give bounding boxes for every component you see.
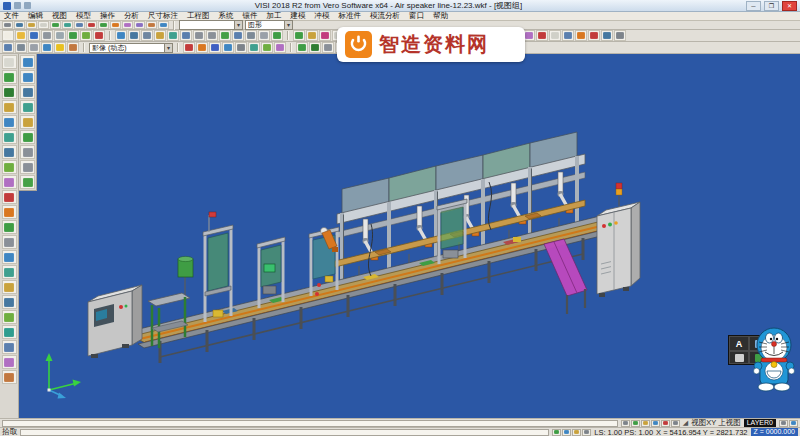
minimize-button[interactable]: ─ <box>746 1 761 11</box>
named-views-icon[interactable] <box>180 30 192 41</box>
zoom-fit-icon[interactable] <box>20 100 35 114</box>
grid-snap-icon[interactable] <box>621 420 630 427</box>
materials-icon[interactable] <box>67 42 79 53</box>
attribute-combo[interactable]: ▾ <box>179 20 243 30</box>
hide-entities-icon[interactable] <box>86 21 97 29</box>
view-top-icon[interactable] <box>193 30 205 41</box>
rotate-view-icon[interactable] <box>167 30 179 41</box>
tool-library-icon[interactable] <box>562 30 574 41</box>
arc-tool-icon[interactable] <box>2 100 17 114</box>
text-annotation-button[interactable]: A <box>729 336 749 351</box>
chamfer-tool-icon[interactable] <box>2 235 17 249</box>
wireframe-mode-icon[interactable] <box>245 30 257 41</box>
grid-toggle-icon[interactable] <box>322 42 334 53</box>
zoom-previous-icon[interactable] <box>141 30 153 41</box>
view-iso-icon[interactable] <box>219 30 231 41</box>
line-tool-icon[interactable] <box>2 70 17 84</box>
zoom-in-icon[interactable] <box>20 55 35 69</box>
isolate-icon[interactable] <box>110 21 121 29</box>
filter-solids-icon[interactable] <box>74 21 85 29</box>
collision-check-icon[interactable] <box>588 30 600 41</box>
mid-snap-icon[interactable] <box>641 420 650 427</box>
menu-edit[interactable]: 编辑 <box>28 11 43 21</box>
fillet-tool-icon[interactable] <box>2 220 17 234</box>
select-icon[interactable] <box>2 21 13 29</box>
zoom-window-icon[interactable] <box>20 85 35 99</box>
offset-tool-icon[interactable] <box>2 175 17 189</box>
redraw-icon[interactable] <box>296 42 308 53</box>
3d-model-assembly-line[interactable] <box>19 54 800 418</box>
dynamic-rotate-icon[interactable] <box>271 30 283 41</box>
zoom-out-icon[interactable] <box>20 70 35 84</box>
ortho-icon[interactable] <box>671 420 680 427</box>
rotate-view-icon[interactable] <box>20 130 35 144</box>
maximize-button[interactable]: ❐ <box>764 1 779 11</box>
draft-analysis-icon[interactable] <box>261 42 273 53</box>
menu-analysis[interactable]: 分析 <box>124 11 139 21</box>
post-process-icon[interactable] <box>536 30 548 41</box>
message-field[interactable] <box>20 429 549 436</box>
thickness-analysis-icon[interactable] <box>274 42 286 53</box>
menu-window[interactable]: 窗口 <box>409 11 424 21</box>
section-view-icon[interactable] <box>183 42 195 53</box>
quick-access-undo-icon[interactable] <box>24 2 31 9</box>
filter-points-icon[interactable] <box>38 21 49 29</box>
menu-operations[interactable]: 操作 <box>100 11 115 21</box>
layer-visibility-icon[interactable] <box>146 21 157 29</box>
point-tool-icon[interactable] <box>2 55 17 69</box>
menu-view[interactable]: 视图 <box>52 11 67 21</box>
menu-file[interactable]: 文件 <box>4 11 19 21</box>
delete-icon[interactable] <box>93 30 105 41</box>
stock-icon[interactable] <box>549 30 561 41</box>
render-mode-combo[interactable]: 影像 (动态) ▾ <box>89 43 173 53</box>
show-entities-icon[interactable] <box>98 21 109 29</box>
menu-model[interactable]: 模型 <box>76 11 91 21</box>
array-tool-icon[interactable] <box>2 310 17 324</box>
mass-properties-icon[interactable] <box>235 42 247 53</box>
move-tool-icon[interactable] <box>2 265 17 279</box>
regenerate-icon[interactable] <box>309 42 321 53</box>
plot-preview-icon[interactable] <box>54 30 66 41</box>
filter-wireframe-icon[interactable] <box>50 21 61 29</box>
render-hlr-icon[interactable] <box>28 42 40 53</box>
mirror-tool-icon[interactable] <box>2 250 17 264</box>
circle-icon[interactable] <box>319 30 331 41</box>
view-iso-icon[interactable] <box>20 175 35 189</box>
measure-distance-icon[interactable] <box>209 42 221 53</box>
clip-plane-icon[interactable] <box>196 42 208 53</box>
menu-dimensioning[interactable]: 尺寸标注 <box>148 11 178 21</box>
curvature-analysis-icon[interactable] <box>248 42 260 53</box>
print-icon[interactable] <box>41 30 53 41</box>
boolean-tool-icon[interactable] <box>2 355 17 369</box>
trim-tool-icon[interactable] <box>2 190 17 204</box>
command-prompt-field[interactable] <box>2 420 618 427</box>
nc-output-icon[interactable] <box>601 30 613 41</box>
shaded-mode-icon[interactable] <box>232 30 244 41</box>
close-button[interactable]: ✕ <box>782 1 797 11</box>
previous-select-icon[interactable] <box>582 429 591 436</box>
menu-flow-analysis[interactable]: 模流分析 <box>370 11 400 21</box>
properties-icon[interactable] <box>158 21 169 29</box>
pan-button[interactable] <box>729 351 749 364</box>
viewport[interactable]: A <box>19 54 800 418</box>
zoom-window-icon[interactable] <box>128 30 140 41</box>
open-file-icon[interactable] <box>15 30 27 41</box>
menu-standard-parts[interactable]: 标准件 <box>339 11 362 21</box>
view-top-icon[interactable] <box>20 145 35 159</box>
select-chain-icon[interactable] <box>26 21 37 29</box>
polyline-tool-icon[interactable] <box>2 85 17 99</box>
redo-icon[interactable] <box>80 30 92 41</box>
visi-app-icon[interactable] <box>3 2 11 10</box>
feeds-speeds-icon[interactable] <box>575 30 587 41</box>
save-icon[interactable] <box>28 30 40 41</box>
spline-tool-icon[interactable] <box>2 160 17 174</box>
circle-tool-icon[interactable] <box>2 115 17 129</box>
rectangle-tool-icon[interactable] <box>2 145 17 159</box>
window-select-icon[interactable] <box>562 429 571 436</box>
ellipse-tool-icon[interactable] <box>2 130 17 144</box>
extend-tool-icon[interactable] <box>2 205 17 219</box>
select-window-icon[interactable] <box>14 21 25 29</box>
menu-help[interactable]: 帮助 <box>433 11 448 21</box>
end-snap-icon[interactable] <box>631 420 640 427</box>
pan-icon[interactable] <box>20 115 35 129</box>
